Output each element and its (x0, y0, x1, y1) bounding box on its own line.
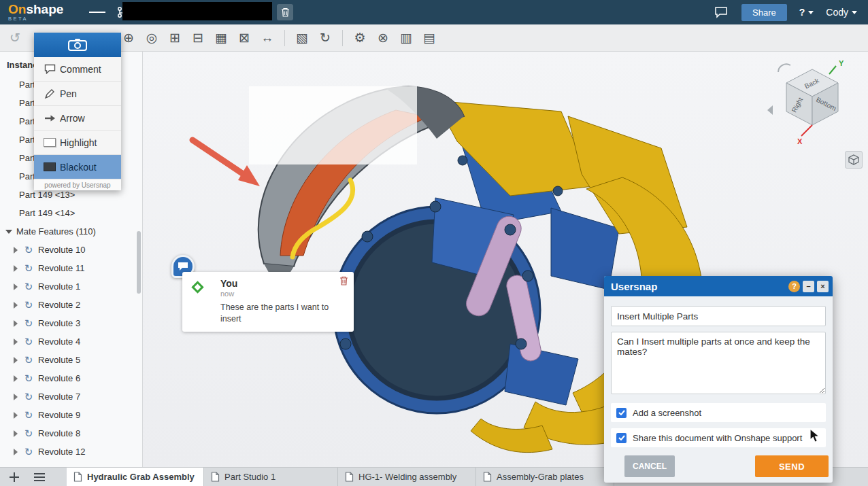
dialog-close-button[interactable]: × (817, 281, 829, 292)
arrow-icon (39, 114, 60, 122)
transform-icon[interactable]: ↔ (257, 28, 278, 48)
add-screenshot-row: Add a screenshot (611, 403, 826, 422)
assembly-tab-icon (345, 472, 354, 482)
interference-check-icon[interactable]: ⚙ (350, 28, 370, 48)
snapshot-icon[interactable]: ↻ (315, 28, 335, 48)
sidebar-item-revolute[interactable]: ↻Revolute 10 (0, 241, 142, 259)
revolute-mate-icon: ↻ (23, 372, 34, 385)
help-menu[interactable]: ? (799, 7, 814, 18)
sidebar-item-revolute[interactable]: ↻Revolute 12 (0, 442, 142, 461)
sidebar-item-revolute[interactable]: ↻Revolute 4 (0, 332, 142, 351)
subject-input[interactable] (611, 306, 826, 326)
undo-icon[interactable]: ↺ (10, 30, 20, 46)
assembly-toolbar: ↺ ⊕ ◎ ⊞ ⊟ ▦ ⊠ ↔ ▧ ↻ ⚙ ⊗ ▥ ▤ (0, 24, 868, 52)
blackout-icon (39, 162, 60, 171)
sidebar-item-revolute[interactable]: ↻Revolute 9 (0, 406, 142, 424)
comment-card: You now These are the parts I want to in… (182, 272, 354, 332)
mate-connector-icon[interactable]: ⊟ (188, 28, 208, 48)
display-states-icon[interactable]: ▤ (419, 28, 439, 48)
chevron-collapsed-icon (14, 394, 18, 400)
chevron-collapsed-icon (14, 357, 18, 364)
chevron-collapsed-icon (14, 320, 18, 327)
pan-left-arrow-icon[interactable] (767, 105, 773, 115)
circular-pattern-icon[interactable]: ⊠ (234, 28, 254, 48)
usersnap-tool-palette: Comment Pen Arrow Highlight Blackout pow… (34, 33, 121, 190)
share-button[interactable]: Share (741, 4, 787, 21)
x-axis-label: X (797, 137, 803, 145)
palette-item-arrow[interactable]: Arrow (34, 106, 121, 131)
group-mate-icon[interactable]: ⊞ (165, 28, 185, 48)
tab-list-icon[interactable] (34, 468, 54, 486)
powered-by-usersnap: powered by Usersnap (34, 179, 121, 190)
dialog-help-button[interactable]: ? (788, 281, 800, 292)
sidebar-item-revolute[interactable]: ↻Revolute 2 (0, 296, 142, 314)
linear-pattern-icon[interactable]: ▦ (211, 28, 231, 48)
comment-bubble-icon (39, 64, 60, 74)
comment-time: now (220, 290, 234, 298)
speech-bubble-icon (178, 262, 188, 271)
sidebar-item-part[interactable]: Part 149 <14> (0, 204, 142, 222)
share-document-row: Share this document with Onshape support (611, 428, 826, 447)
beta-label: BETA (8, 16, 63, 22)
revolute-mate-icon: ↻ (23, 428, 34, 440)
send-button[interactable]: SEND (755, 455, 829, 477)
user-menu[interactable]: Cody (826, 7, 857, 18)
tab-assembly-grab-plates[interactable]: Assembly-Grab plates (476, 468, 614, 486)
sidebar-item-revolute[interactable]: ↻Revolute 6 (0, 369, 142, 387)
tab-hg1-welding-assembly[interactable]: HG-1- Welding assembly (338, 468, 476, 486)
chevron-collapsed-icon (14, 375, 18, 382)
logo-shape: shape (26, 2, 63, 16)
add-tab-plus-icon[interactable] (4, 468, 24, 486)
add-screenshot-checkbox[interactable] (616, 408, 627, 418)
palette-item-pen[interactable]: Pen (34, 82, 121, 106)
sidebar-item-revolute[interactable]: ↻Revolute 7 (0, 387, 142, 406)
assembly-tab-icon (483, 472, 492, 482)
hamburger-menu-icon[interactable] (89, 4, 105, 20)
onshape-app: Onshape BETA Share ? Cody (0, 0, 868, 486)
check-icon (618, 435, 625, 440)
view-cube[interactable]: Back Right Bottom Y X (762, 57, 857, 159)
insert-icon[interactable]: ⊕ (118, 28, 139, 48)
tab-part-studio-1[interactable]: Part Studio 1 (204, 468, 338, 486)
palette-item-comment[interactable]: Comment (34, 57, 121, 82)
chevron-collapsed-icon (14, 265, 18, 272)
mate-features-group-header[interactable]: Mate Features (110) (0, 222, 142, 241)
cancel-button[interactable]: CANCEL (624, 455, 675, 477)
mate-icon[interactable]: ◎ (141, 28, 162, 48)
blackout-annotation[interactable] (122, 2, 272, 20)
sidebar-item-revolute[interactable]: ↻Revolute 5 (0, 351, 142, 369)
rotate-arrow-icon[interactable] (778, 64, 790, 72)
toolbar-divider (284, 30, 285, 46)
delete-comment-trash-icon[interactable] (339, 276, 348, 288)
chevron-collapsed-icon (14, 247, 18, 254)
share-document-checkbox[interactable] (616, 433, 627, 443)
sidebar-item-revolute[interactable]: ↻Revolute 3 (0, 314, 142, 332)
y-axis-label: Y (839, 59, 844, 67)
chat-bubble-icon[interactable] (713, 4, 729, 20)
section-view-icon[interactable]: ⊗ (373, 28, 393, 48)
sidebar-item-revolute[interactable]: ↻Revolute 1 (0, 277, 142, 296)
sidebar-item-revolute[interactable]: ↻Revolute 8 (0, 424, 142, 442)
exploded-view-icon[interactable]: ▧ (292, 28, 312, 48)
sidebar-scrollbar[interactable] (137, 231, 141, 294)
delete-annotation-trash-icon[interactable] (277, 4, 293, 20)
chevron-collapsed-icon (14, 430, 18, 437)
bom-table-icon[interactable]: ▥ (396, 28, 416, 48)
dialog-header[interactable]: Usersnap ? – × (604, 276, 833, 296)
highlight-annotation[interactable] (249, 86, 417, 164)
share-document-label: Share this document with Onshape support (633, 433, 802, 443)
dialog-minimize-button[interactable]: – (803, 281, 814, 292)
palette-item-blackout[interactable]: Blackout (34, 155, 121, 179)
comment-text: These are the parts I want to insert (220, 302, 344, 325)
message-textarea[interactable]: Can I Insert multiple parts at once and … (611, 332, 826, 394)
tab-hydraulic-grab-assembly[interactable]: Hydraulic Grab Assembly (67, 468, 204, 486)
arrow-annotation[interactable] (184, 130, 272, 198)
palette-item-highlight[interactable]: Highlight (34, 131, 121, 155)
top-bar: Onshape BETA Share ? Cody (0, 0, 868, 24)
pen-annotation[interactable] (279, 174, 367, 266)
revolute-mate-icon: ↻ (23, 317, 34, 330)
sidebar-item-revolute[interactable]: ↻Revolute 11 (0, 259, 142, 277)
comment-author: You (220, 278, 237, 289)
camera-icon (67, 38, 88, 52)
isometric-view-cube-icon[interactable] (845, 151, 863, 169)
